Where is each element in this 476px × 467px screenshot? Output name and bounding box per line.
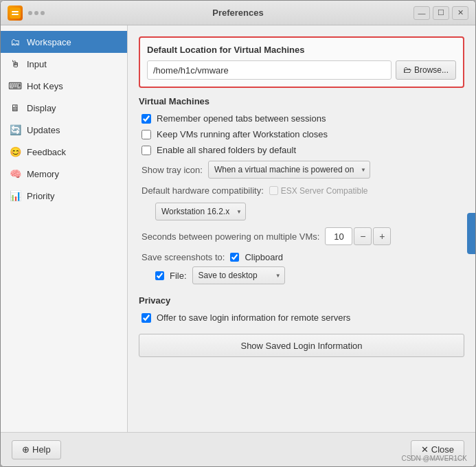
- sidebar-label-updates: Updates: [27, 125, 60, 135]
- sidebar-label-priority: Priority: [27, 191, 54, 201]
- help-icon: ⊕: [22, 444, 30, 455]
- keep-running-row: Keep VMs running after Workstation close…: [139, 129, 464, 139]
- title-bar-left: [8, 5, 45, 21]
- show-tray-label: Show tray icon:: [141, 165, 203, 175]
- window-title: Preferences: [212, 8, 263, 18]
- main-panel: Default Location for Virtual Machines 🗁 …: [128, 25, 475, 432]
- sidebar-item-workspace[interactable]: 🗂 Workspace: [1, 31, 127, 53]
- default-location-box: Default Location for Virtual Machines 🗁 …: [139, 36, 464, 88]
- esx-text: ESX Server Compatible: [281, 186, 368, 196]
- privacy-section: Privacy Offer to save login information …: [139, 295, 464, 357]
- preferences-window: Preferences — ☐ ✕ 🗂 Workspace 🖱 Input ⌨ …: [0, 0, 476, 467]
- keep-running-checkbox[interactable]: [141, 130, 151, 139]
- screenshots-label: Save screenshots to:: [141, 252, 225, 262]
- seconds-row: Seconds between powering on multiple VMs…: [139, 227, 464, 245]
- close-label: Close: [431, 444, 454, 455]
- title-bar: Preferences — ☐ ✕: [1, 1, 475, 25]
- file-label: File:: [170, 271, 187, 281]
- feedback-icon: 😊: [9, 146, 21, 158]
- show-login-button[interactable]: Show Saved Login Information: [139, 334, 464, 357]
- help-button[interactable]: ⊕ Help: [12, 440, 61, 459]
- content-area: 🗂 Workspace 🖱 Input ⌨ Hot Keys 🖥 Display…: [1, 25, 475, 432]
- priority-icon: 📊: [9, 190, 21, 202]
- virtual-machines-title: Virtual Machines: [139, 96, 464, 106]
- title-bar-dots: [28, 11, 45, 15]
- hw-compat-select[interactable]: Workstation 16.2.x Workstation 15.x Work…: [155, 203, 246, 220]
- show-tray-row: Show tray icon: When a virtual machine i…: [139, 161, 464, 179]
- file-location-select[interactable]: Save to desktop Save to documents Choose…: [192, 266, 285, 284]
- file-row: File: Save to desktop Save to documents …: [139, 266, 464, 284]
- sidebar-item-memory[interactable]: 🧠 Memory: [1, 163, 127, 185]
- offer-login-row: Offer to save login information for remo…: [139, 312, 464, 323]
- close-icon: ✕: [421, 444, 429, 455]
- esx-checkbox[interactable]: [269, 186, 278, 195]
- sidebar-label-hotkeys: Hot Keys: [27, 81, 63, 91]
- sidebar-item-display[interactable]: 🖥 Display: [1, 97, 127, 119]
- show-tray-select[interactable]: When a virtual machine is powered on Alw…: [208, 161, 370, 179]
- enable-shared-row: Enable all shared folders by default: [139, 145, 464, 155]
- offer-login-checkbox[interactable]: [141, 313, 151, 323]
- clipboard-checkbox[interactable]: [230, 253, 239, 262]
- seconds-increment[interactable]: +: [373, 227, 391, 245]
- minimize-button[interactable]: —: [413, 6, 430, 20]
- offer-login-label: Offer to save login information for remo…: [157, 312, 350, 323]
- seconds-input[interactable]: [325, 227, 352, 245]
- sidebar-label-memory: Memory: [27, 169, 59, 179]
- sidebar: 🗂 Workspace 🖱 Input ⌨ Hot Keys 🖥 Display…: [1, 25, 128, 432]
- clipboard-label: Clipboard: [245, 252, 283, 262]
- browse-button[interactable]: 🗁 Browse...: [396, 60, 456, 80]
- sidebar-item-priority[interactable]: 📊 Priority: [1, 185, 127, 207]
- workspace-icon: 🗂: [9, 36, 21, 48]
- hardware-row: Default hardware compatibility: ESX Serv…: [139, 185, 464, 196]
- hardware-label: Default hardware compatibility:: [141, 185, 264, 196]
- seconds-label: Seconds between powering on multiple VMs…: [141, 231, 319, 242]
- svg-rect-2: [12, 14, 19, 15]
- privacy-title: Privacy: [139, 295, 464, 306]
- watermark: CSDN @MAVER1CK: [401, 455, 467, 462]
- file-checkbox[interactable]: [155, 271, 164, 280]
- maximize-button[interactable]: ☐: [433, 6, 449, 20]
- hotkeys-icon: ⌨: [9, 80, 21, 92]
- input-icon: 🖱: [9, 58, 21, 70]
- sidebar-label-workspace: Workspace: [27, 37, 71, 47]
- virtual-machines-section: Virtual Machines Remember opened tabs be…: [139, 96, 464, 284]
- sidebar-label-input: Input: [27, 59, 47, 69]
- remember-tabs-checkbox[interactable]: [141, 114, 151, 124]
- keep-running-label: Keep VMs running after Workstation close…: [157, 129, 328, 139]
- spinbox: − +: [325, 227, 391, 245]
- sidebar-item-updates[interactable]: 🔄 Updates: [1, 119, 127, 141]
- file-select-wrapper: Save to desktop Save to documents Choose…: [192, 266, 285, 284]
- location-label: Default Location for Virtual Machines: [147, 45, 456, 55]
- sidebar-item-input[interactable]: 🖱 Input: [1, 53, 127, 75]
- memory-icon: 🧠: [9, 168, 21, 180]
- close-title-button[interactable]: ✕: [452, 6, 468, 20]
- sidebar-item-hotkeys[interactable]: ⌨ Hot Keys: [1, 75, 127, 97]
- esx-label: ESX Server Compatible: [269, 186, 368, 196]
- sidebar-item-feedback[interactable]: 😊 Feedback: [1, 141, 127, 163]
- remember-tabs-label: Remember opened tabs between sessions: [157, 113, 326, 124]
- app-icon: [8, 5, 23, 21]
- svg-rect-1: [12, 11, 19, 12]
- show-tray-select-wrapper: When a virtual machine is powered on Alw…: [208, 161, 370, 179]
- help-label: Help: [32, 444, 51, 455]
- location-row: 🗁 Browse...: [147, 60, 456, 80]
- svg-rect-0: [10, 8, 21, 19]
- enable-shared-label: Enable all shared folders by default: [157, 145, 296, 155]
- sidebar-label-feedback: Feedback: [27, 147, 66, 157]
- hw-select-wrapper: Workstation 16.2.x Workstation 15.x Work…: [155, 203, 246, 220]
- display-icon: 🖥: [9, 102, 21, 114]
- browse-label: Browse...: [414, 65, 449, 75]
- folder-icon: 🗁: [403, 65, 411, 75]
- seconds-decrement[interactable]: −: [354, 227, 372, 245]
- updates-icon: 🔄: [9, 124, 21, 136]
- right-tab: [467, 213, 475, 254]
- hw-compat-row: Workstation 16.2.x Workstation 15.x Work…: [139, 203, 464, 220]
- screenshots-row: Save screenshots to: Clipboard: [139, 252, 464, 262]
- remember-tabs-row: Remember opened tabs between sessions: [139, 113, 464, 124]
- location-input[interactable]: [147, 60, 392, 80]
- enable-shared-checkbox[interactable]: [141, 146, 151, 155]
- window-controls: — ☐ ✕: [413, 6, 468, 20]
- sidebar-label-display: Display: [27, 103, 56, 113]
